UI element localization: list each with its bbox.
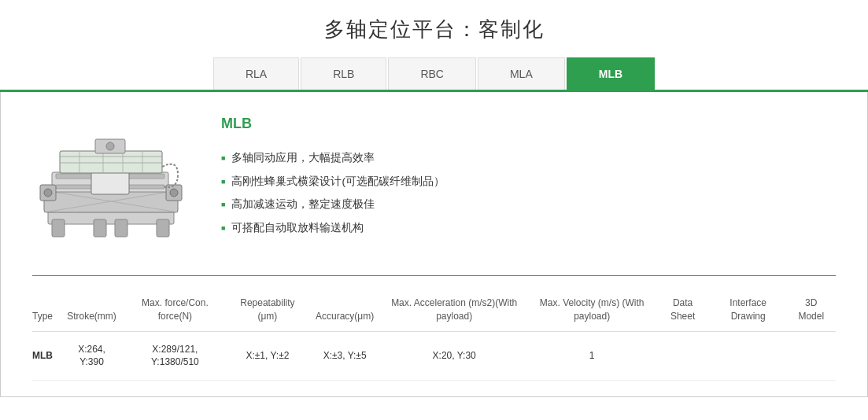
col-stroke: Stroke(mm)	[59, 289, 124, 331]
col-interface-drawing: Interface Drawing	[710, 289, 787, 331]
feature-item-3: 高加减速运动，整定速度极佳	[221, 193, 836, 216]
svg-rect-12	[60, 151, 162, 173]
cell-velocity: 1	[528, 331, 656, 381]
cell-datasheet	[656, 331, 710, 381]
section-divider	[32, 275, 836, 276]
svg-rect-2	[94, 219, 106, 237]
col-accuracy: Accuracy(μm)	[309, 289, 380, 331]
feature-item-4: 可搭配自动取放料输送机构	[221, 216, 836, 240]
table-row: MLB X:264, Y:390 X:289/121, Y:1380/510 X…	[32, 331, 836, 381]
svg-rect-3	[115, 219, 127, 237]
cell-accuracy: X:±3, Y:±5	[309, 331, 380, 381]
col-force: Max. force/Con. force(N)	[124, 289, 226, 331]
product-name: MLB	[221, 116, 836, 132]
col-type: Type	[32, 289, 59, 331]
product-section: MLB 多轴同动应用，大幅提高效率 高刚性蜂巢式横梁设计(可选配碳纤维制品） 高…	[32, 116, 836, 252]
table-wrapper: Type Stroke(mm) Max. force/Con. force(N)…	[32, 289, 836, 381]
cell-3d-model	[786, 331, 836, 381]
feature-item-1: 多轴同动应用，大幅提高效率	[221, 146, 836, 170]
col-repeatability: Repeatability (μm)	[226, 289, 309, 331]
col-datasheet: Data Sheet	[656, 289, 710, 331]
tab-rlb[interactable]: RLB	[301, 57, 386, 90]
feature-item-2: 高刚性蜂巢式横梁设计(可选配碳纤维制品）	[221, 170, 836, 193]
table-header-row: Type Stroke(mm) Max. force/Con. force(N)…	[32, 289, 836, 331]
col-3d-model: 3D Model	[786, 289, 836, 331]
page-title: 多轴定位平台：客制化	[0, 0, 868, 57]
svg-point-22	[170, 189, 178, 197]
cell-repeatability: X:±1, Y:±2	[226, 331, 309, 381]
col-acceleration: Max. Acceleration (m/s2)(With payload)	[380, 289, 528, 331]
tab-mlb[interactable]: MLB	[567, 57, 655, 90]
svg-point-24	[106, 142, 114, 150]
tabs-bar: RLA RLB RBC MLA MLB	[0, 57, 868, 92]
feature-list: 多轴同动应用，大幅提高效率 高刚性蜂巢式横梁设计(可选配碳纤维制品） 高加减速运…	[221, 146, 836, 239]
cell-force: X:289/121, Y:1380/510	[124, 331, 226, 381]
content-panel: MLB 多轴同动应用，大幅提高效率 高刚性蜂巢式横梁设计(可选配碳纤维制品） 高…	[0, 92, 868, 397]
product-svg	[32, 116, 190, 249]
svg-rect-11	[91, 171, 129, 194]
cell-type: MLB	[32, 331, 59, 381]
svg-rect-4	[157, 219, 169, 237]
product-details: MLB 多轴同动应用，大幅提高效率 高刚性蜂巢式横梁设计(可选配碳纤维制品） 高…	[221, 116, 836, 239]
product-image	[32, 116, 190, 252]
svg-rect-1	[52, 219, 65, 237]
data-table: Type Stroke(mm) Max. force/Con. force(N)…	[32, 289, 836, 381]
tab-mla[interactable]: MLA	[478, 57, 565, 90]
cell-interface-drawing	[710, 331, 787, 381]
tab-rla[interactable]: RLA	[213, 57, 299, 90]
cell-acceleration: X:20, Y:30	[380, 331, 528, 381]
svg-point-20	[44, 189, 52, 197]
col-velocity: Max. Velocity (m/s) (With payload)	[528, 289, 656, 331]
cell-stroke: X:264, Y:390	[59, 331, 124, 381]
tab-rbc[interactable]: RBC	[388, 57, 476, 90]
